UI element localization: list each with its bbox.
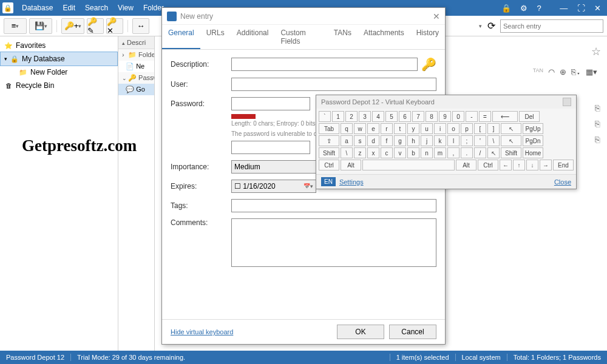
vkbd-key[interactable]: 2 bbox=[345, 111, 358, 122]
sidebar-folder[interactable]: 📁 New Folder bbox=[0, 66, 118, 79]
vkbd-key[interactable]: n bbox=[421, 147, 433, 158]
password-input[interactable] bbox=[231, 97, 310, 110]
vkbd-key[interactable]: l bbox=[447, 135, 459, 146]
toolbar-extra-button[interactable]: ↔ bbox=[132, 18, 149, 34]
vkbd-key[interactable]: d bbox=[367, 135, 379, 146]
vkbd-key[interactable]: \ bbox=[341, 147, 353, 158]
vkbd-key[interactable]: 0 bbox=[452, 111, 464, 122]
lock-icon[interactable]: 🔒 bbox=[498, 4, 515, 13]
vkbd-key[interactable]: ] bbox=[487, 123, 500, 134]
vkbd-key[interactable]: ` bbox=[319, 111, 331, 122]
edit-key-button[interactable]: 🔑✎ bbox=[87, 18, 104, 34]
vkbd-key[interactable]: Home bbox=[523, 147, 543, 158]
vkbd-key[interactable]: t bbox=[394, 123, 406, 134]
vkbd-key[interactable]: i bbox=[434, 123, 446, 134]
vkbd-key[interactable]: ← bbox=[500, 160, 512, 170]
vkbd-key[interactable]: 3 bbox=[359, 111, 371, 122]
expires-date[interactable]: ☐ 1/16/2020📅▾ bbox=[231, 180, 316, 193]
vkbd-key[interactable]: [ bbox=[474, 123, 486, 134]
vkbd-key[interactable]: PgUp bbox=[523, 123, 543, 134]
vkbd-key[interactable]: \ bbox=[487, 135, 500, 146]
link-icon[interactable]: ⎘▾ bbox=[571, 67, 581, 76]
hide-keyboard-link[interactable]: Hide virtual keyboard bbox=[171, 328, 233, 335]
group-folder[interactable]: ›📁 Folde bbox=[118, 49, 154, 61]
tab-custom[interactable]: Custom Fields bbox=[274, 25, 327, 49]
tab-urls[interactable]: URLs bbox=[200, 25, 231, 49]
tab-history[interactable]: History bbox=[410, 25, 445, 49]
vkbd-key[interactable]: Ctrl bbox=[319, 160, 339, 170]
vkbd-key[interactable]: w bbox=[354, 123, 366, 134]
vkbd-key[interactable]: ↖ bbox=[501, 123, 521, 134]
menu-view[interactable]: View bbox=[113, 4, 138, 12]
minimize-icon[interactable]: ― bbox=[556, 4, 571, 13]
vkbd-key[interactable]: v bbox=[394, 147, 406, 158]
dialog-close-icon[interactable]: ✕ bbox=[433, 12, 440, 21]
vkbd-key[interactable]: g bbox=[394, 135, 406, 146]
maximize-icon[interactable]: ⛶ bbox=[574, 4, 589, 13]
cloud-icon[interactable]: ◠ bbox=[548, 67, 555, 76]
vkbd-key[interactable]: p bbox=[461, 123, 473, 134]
vkbd-key[interactable]: , bbox=[447, 147, 459, 158]
vkbd-key[interactable]: 4 bbox=[372, 111, 384, 122]
vkbd-key[interactable] bbox=[362, 160, 455, 170]
db-button[interactable]: ≡ ▾ bbox=[4, 18, 27, 34]
vkbd-key[interactable]: j bbox=[421, 135, 433, 146]
delete-key-button[interactable]: 🔑✕ bbox=[106, 18, 123, 34]
menu-search[interactable]: Search bbox=[80, 4, 113, 12]
vkbd-key[interactable]: u bbox=[421, 123, 433, 134]
vkbd-key[interactable]: ⟵ bbox=[492, 111, 518, 122]
add-key-button[interactable]: 🔑+ ▾ bbox=[61, 18, 84, 34]
vkbd-key[interactable]: - bbox=[466, 111, 478, 122]
vkbd-key[interactable]: Shift bbox=[501, 147, 521, 158]
vkbd-key[interactable]: y bbox=[407, 123, 419, 134]
vkbd-key[interactable]: k bbox=[434, 135, 446, 146]
vkbd-key[interactable]: 7 bbox=[412, 111, 424, 122]
copy-icon[interactable]: ⎘ bbox=[595, 103, 600, 113]
tags-input[interactable] bbox=[231, 199, 436, 212]
vkbd-key[interactable]: Del bbox=[519, 111, 540, 122]
list-header[interactable]: ▴ Descri bbox=[118, 36, 154, 49]
vkbd-key[interactable]: = bbox=[479, 111, 491, 122]
list-item-new[interactable]: 📄 Ne bbox=[118, 61, 154, 72]
tab-tans[interactable]: TANs bbox=[328, 25, 358, 49]
tab-additional[interactable]: Additional bbox=[231, 25, 275, 49]
vkbd-key[interactable]: → bbox=[540, 160, 552, 170]
vkbd-key[interactable]: ↓ bbox=[526, 160, 538, 170]
copy-icon[interactable]: ⎘ bbox=[595, 135, 600, 144]
vkbd-key[interactable]: ↖ bbox=[501, 135, 521, 146]
key-icon[interactable]: 🔑 bbox=[421, 57, 436, 72]
vkbd-key[interactable]: 8 bbox=[426, 111, 438, 122]
vkbd-key[interactable]: z bbox=[354, 147, 366, 158]
favorite-star-icon[interactable]: ☆ bbox=[591, 45, 601, 58]
search-input[interactable] bbox=[500, 19, 603, 33]
vkbd-key[interactable]: c bbox=[381, 147, 393, 158]
comments-textarea[interactable] bbox=[231, 218, 436, 267]
menu-edit[interactable]: Edit bbox=[58, 4, 80, 12]
vkbd-key[interactable]: PgDn bbox=[523, 135, 543, 146]
globe-icon[interactable]: ⊕ bbox=[560, 67, 566, 76]
vkbd-key[interactable]: s bbox=[354, 135, 366, 146]
vkbd-key[interactable]: ↖ bbox=[487, 147, 500, 158]
copy-icon[interactable]: ⎘ bbox=[595, 119, 600, 129]
description-input[interactable] bbox=[231, 58, 418, 71]
vkbd-key[interactable]: / bbox=[474, 147, 486, 158]
vkbd-key[interactable]: m bbox=[434, 147, 446, 158]
vkbd-key[interactable]: b bbox=[407, 147, 419, 158]
vkbd-key[interactable]: End bbox=[553, 160, 574, 170]
group-password[interactable]: ⌄🔑 Passw bbox=[118, 72, 154, 84]
cancel-button[interactable]: Cancel bbox=[389, 325, 436, 339]
vkbd-key[interactable]: r bbox=[381, 123, 393, 134]
refresh-icon[interactable]: ⟳ bbox=[484, 20, 498, 32]
vkbd-key[interactable]: ; bbox=[461, 135, 473, 146]
vkbd-key[interactable]: q bbox=[341, 123, 353, 134]
ok-button[interactable]: OK bbox=[337, 325, 384, 339]
tab-general[interactable]: General bbox=[162, 25, 200, 49]
vkbd-key[interactable]: f bbox=[381, 135, 393, 146]
save-button[interactable]: 💾 ▾ bbox=[29, 18, 52, 34]
vkbd-key[interactable]: ' bbox=[474, 135, 486, 146]
help-icon[interactable]: ? bbox=[533, 4, 544, 13]
vkbd-key[interactable]: Tab bbox=[319, 123, 339, 134]
tab-attachments[interactable]: Attachments bbox=[358, 25, 410, 49]
vkbd-key[interactable]: o bbox=[447, 123, 459, 134]
password-repeat-input[interactable] bbox=[231, 141, 310, 154]
